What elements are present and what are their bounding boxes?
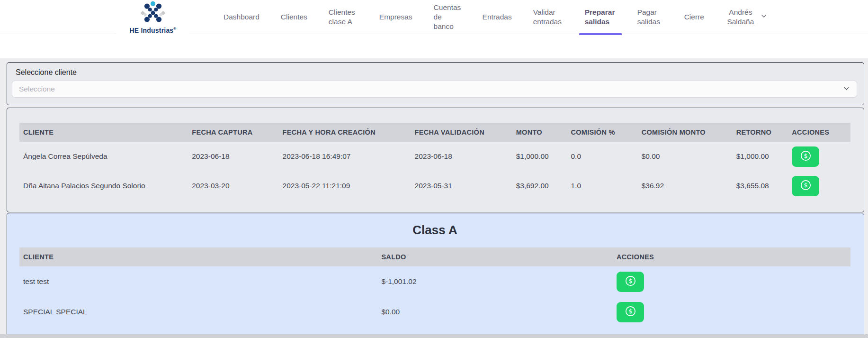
cell-cliente: Dña Aitana Palacios Segundo Solorio bbox=[19, 171, 188, 201]
dollar-circle-icon: $ bbox=[799, 179, 812, 193]
svg-text:$: $ bbox=[804, 152, 807, 159]
col-acciones: ACCIONES bbox=[788, 123, 850, 142]
table-header-row: CLIENTE SALDO ACCIONES bbox=[19, 247, 850, 266]
table-row: test test $-1,001.02 $ bbox=[19, 266, 850, 297]
cell-comision-monto: $36.92 bbox=[638, 171, 733, 201]
cell-saldo: $0.00 bbox=[377, 297, 613, 327]
cell-monto: $3,692.00 bbox=[512, 171, 567, 201]
cell-comision-pct: 0.0 bbox=[567, 142, 638, 171]
cell-retorno: $1,000.00 bbox=[733, 142, 788, 171]
col-cliente: CLIENTE bbox=[19, 247, 377, 266]
pay-button[interactable]: $ bbox=[792, 146, 819, 167]
table-row: Ángela Correa Sepúlveda 2023-06-18 2023-… bbox=[19, 142, 850, 171]
nav-item-pagar-salidas[interactable]: Pagar salidas bbox=[637, 0, 663, 34]
nav-item-validar-entradas[interactable]: Validar entradas bbox=[533, 0, 564, 34]
class-a-table: CLIENTE SALDO ACCIONES test test $-1,001… bbox=[19, 247, 850, 327]
brand-logo[interactable]: HE Industrias® bbox=[116, 0, 189, 47]
cell-saldo: $-1,001.02 bbox=[377, 266, 613, 297]
pay-button[interactable]: $ bbox=[617, 272, 644, 292]
svg-text:$: $ bbox=[628, 277, 632, 284]
cell-fecha-captura: 2023-06-18 bbox=[188, 142, 278, 171]
col-fecha-validacion: FECHA VALIDACIÓN bbox=[411, 123, 512, 142]
select-client-label: Seleccione cliente bbox=[16, 68, 857, 77]
client-select-placeholder: Seleccione bbox=[19, 85, 55, 93]
col-fecha-creacion: FECHA Y HORA CREACIÓN bbox=[279, 123, 411, 142]
table-row: Dña Aitana Palacios Segundo Solorio 2023… bbox=[19, 171, 850, 201]
table-header-row: CLIENTE FECHA CAPTURA FECHA Y HORA CREAC… bbox=[19, 123, 850, 142]
brand-logo-icon bbox=[140, 0, 166, 28]
horizontal-scrollbar[interactable] bbox=[0, 334, 868, 338]
nav-item-preparar-salidas[interactable]: Preparar salidas bbox=[585, 0, 616, 34]
col-acciones: ACCIONES bbox=[613, 247, 850, 266]
brand-name: HE Industrias® bbox=[130, 27, 177, 34]
prepare-outputs-table: CLIENTE FECHA CAPTURA FECHA Y HORA CREAC… bbox=[19, 123, 850, 201]
dollar-circle-icon: $ bbox=[624, 274, 637, 289]
class-a-title: Class A bbox=[19, 223, 850, 238]
chevron-down-icon bbox=[843, 85, 850, 94]
cell-retorno: $3,655.08 bbox=[733, 171, 788, 201]
cell-fecha-validacion: 2023-05-31 bbox=[411, 171, 512, 201]
cell-acciones: $ bbox=[613, 297, 850, 327]
nav-item-cuentas-de-banco[interactable]: Cuentas de banco bbox=[434, 0, 461, 34]
col-cliente: CLIENTE bbox=[19, 123, 188, 142]
cell-cliente: SPECIAL SPECIAL bbox=[19, 297, 377, 327]
col-comision-monto: COMISIÓN MONTO bbox=[638, 123, 733, 142]
cell-fecha-creacion: 2023-05-22 11:21:09 bbox=[279, 171, 411, 201]
svg-text:$: $ bbox=[804, 182, 807, 189]
dollar-circle-icon: $ bbox=[799, 149, 812, 164]
col-retorno: RETORNO bbox=[733, 123, 788, 142]
cell-acciones: $ bbox=[788, 171, 850, 201]
cell-cliente: test test bbox=[19, 266, 377, 297]
table-row: SPECIAL SPECIAL $0.00 $ bbox=[19, 297, 850, 327]
pay-button[interactable]: $ bbox=[617, 302, 644, 322]
cell-fecha-creacion: 2023-06-18 16:49:07 bbox=[279, 142, 411, 171]
nav-item-clientes-clase-a[interactable]: Clientes clase A bbox=[329, 0, 358, 34]
cell-comision-monto: $0.00 bbox=[638, 142, 733, 171]
pay-button[interactable]: $ bbox=[792, 176, 819, 196]
col-saldo: SALDO bbox=[377, 247, 613, 266]
top-navbar: HE Industrias® Dashboard Clientes Client… bbox=[0, 0, 868, 34]
nav-item-dashboard[interactable]: Dashboard bbox=[224, 0, 260, 34]
class-a-card: Class A CLIENTE SALDO ACCIONES test test… bbox=[7, 213, 864, 338]
select-client-card: Seleccione cliente Seleccione bbox=[7, 62, 864, 105]
prepare-outputs-card: CLIENTE FECHA CAPTURA FECHA Y HORA CREAC… bbox=[7, 108, 864, 212]
user-name: Andrés Saldaña bbox=[725, 8, 756, 27]
cell-acciones: $ bbox=[788, 142, 850, 171]
cell-monto: $1,000.00 bbox=[512, 142, 567, 171]
user-menu[interactable]: Andrés Saldaña bbox=[725, 0, 768, 34]
col-monto: MONTO bbox=[512, 123, 567, 142]
nav-item-clientes[interactable]: Clientes bbox=[281, 0, 307, 34]
col-comision-pct: COMISIÓN % bbox=[567, 123, 638, 142]
chevron-down-icon bbox=[760, 12, 768, 22]
cell-fecha-validacion: 2023-06-18 bbox=[411, 142, 512, 171]
cell-acciones: $ bbox=[613, 266, 850, 297]
client-select[interactable]: Seleccione bbox=[12, 81, 857, 98]
cell-fecha-captura: 2023-03-20 bbox=[188, 171, 278, 201]
cell-cliente: Ángela Correa Sepúlveda bbox=[19, 142, 188, 171]
cell-comision-pct: 1.0 bbox=[567, 171, 638, 201]
nav-item-cierre[interactable]: Cierre bbox=[684, 0, 704, 34]
col-fecha-captura: FECHA CAPTURA bbox=[188, 123, 278, 142]
dollar-circle-icon: $ bbox=[624, 305, 637, 319]
nav-item-empresas[interactable]: Empresas bbox=[379, 0, 412, 34]
nav-item-entradas[interactable]: Entradas bbox=[483, 0, 512, 34]
svg-text:$: $ bbox=[628, 308, 632, 315]
